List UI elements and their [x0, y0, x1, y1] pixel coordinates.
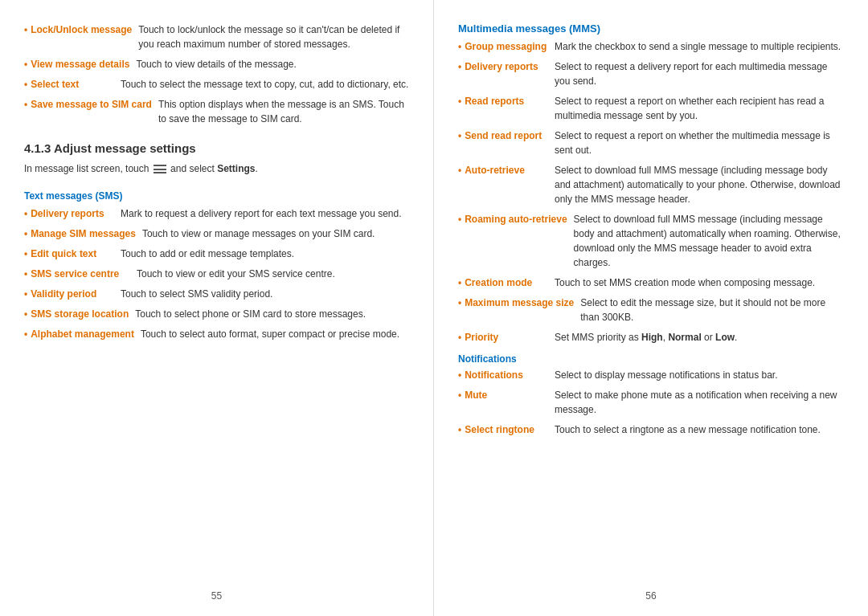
- desc-sms-storage: Touch to select phone or SIM card to sto…: [135, 307, 409, 321]
- term-auto-retrieve: •Auto-retrieve: [458, 163, 555, 206]
- desc-manage-sim: Touch to view or manage messages on your…: [142, 226, 409, 241]
- term-priority: •Priority: [458, 330, 555, 345]
- desc-save-message: This option displays when the message is…: [158, 97, 409, 126]
- term-group-messaging: •Group messaging: [458, 39, 555, 54]
- term-manage-sim: •Manage SIM messages: [24, 226, 142, 241]
- term-delivery-reports-mms: •Delivery reports: [458, 59, 555, 88]
- notif-entries: •Notifications Select to display message…: [458, 368, 844, 443]
- term-creation-mode: •Creation mode: [458, 275, 555, 290]
- entry-notifications: •Notifications Select to display message…: [458, 368, 844, 382]
- term-view-message: •View message details: [24, 57, 136, 71]
- desc-lock-unlock: Touch to lock/unlock the message so it c…: [138, 22, 409, 51]
- left-page: •Lock/Unlock message Touch to lock/unloc…: [0, 0, 434, 616]
- entry-edit-quick-text: •Edit quick text Touch to add or edit me…: [24, 247, 409, 261]
- term-mute: •Mute: [458, 388, 555, 417]
- entry-read-reports: •Read reports Select to request a report…: [458, 94, 844, 123]
- chapter-heading: 4.1.3 Adjust message settings: [24, 141, 409, 155]
- desc-edit-quick-text: Touch to add or edit message templates.: [121, 247, 409, 261]
- term-roaming-auto-retrieve: •Roaming auto-retrieve: [458, 212, 574, 270]
- term-read-reports: •Read reports: [458, 94, 555, 123]
- term-send-read-report: •Send read report: [458, 129, 555, 157]
- term-notifications: •Notifications: [458, 368, 555, 382]
- desc-sms-service-centre: Touch to view or edit your SMS service c…: [137, 267, 409, 281]
- entry-roaming-auto-retrieve: •Roaming auto-retrieve Select to downloa…: [458, 212, 844, 270]
- entry-sms-storage: •SMS storage location Touch to select ph…: [24, 307, 409, 321]
- desc-max-message-size: Select to edit the message size, but it …: [580, 296, 844, 324]
- menu-icon: [154, 165, 166, 173]
- term-select-ringtone: •Select ringtone: [458, 422, 555, 437]
- desc-validity-period: Touch to select SMS validity period.: [121, 287, 409, 301]
- term-edit-quick-text: •Edit quick text: [24, 247, 121, 261]
- sms-entries: •Delivery reports Mark to request a deli…: [24, 206, 409, 347]
- entry-group-messaging: •Group messaging Mark the checkbox to se…: [458, 39, 844, 54]
- right-page-number: 56: [645, 590, 656, 602]
- term-max-message-size: •Maximum message size: [458, 296, 580, 324]
- entry-auto-retrieve: •Auto-retrieve Select to download full M…: [458, 163, 844, 206]
- desc-mute: Select to make phone mute as a notificat…: [555, 388, 844, 417]
- intro-text: In message list screen, touch and select…: [24, 161, 409, 176]
- notifications-header: Notifications: [458, 353, 844, 365]
- desc-view-message: Touch to view details of the message.: [136, 57, 409, 71]
- entry-send-read-report: •Send read report Select to request a re…: [458, 129, 844, 157]
- desc-select-text: Touch to select the message text to copy…: [121, 77, 409, 92]
- desc-auto-retrieve: Select to download full MMS message (inc…: [555, 163, 844, 206]
- entry-priority: •Priority Set MMS priority as High, Norm…: [458, 330, 844, 345]
- desc-delivery-reports-mms: Select to request a delivery report for …: [555, 59, 844, 88]
- term-save-message: •Save message to SIM card: [24, 97, 158, 126]
- desc-read-reports: Select to request a report on whether ea…: [555, 94, 844, 123]
- entry-save-message: •Save message to SIM card This option di…: [24, 97, 409, 126]
- mms-entries: •Group messaging Mark the checkbox to se…: [458, 39, 844, 350]
- entry-max-message-size: •Maximum message size Select to edit the…: [458, 296, 844, 324]
- desc-notifications: Select to display message notifications …: [555, 368, 844, 382]
- entry-sms-service-centre: •SMS service centre Touch to view or edi…: [24, 267, 409, 281]
- entry-mute: •Mute Select to make phone mute as a not…: [458, 388, 844, 417]
- entry-creation-mode: •Creation mode Touch to set MMS creation…: [458, 275, 844, 290]
- sms-section-label: Text messages (SMS): [24, 190, 409, 202]
- entry-delivery-reports-mms: •Delivery reports Select to request a de…: [458, 59, 844, 88]
- entry-delivery-reports-sms: •Delivery reports Mark to request a deli…: [24, 206, 409, 221]
- entry-select-text: •Select text Touch to select the message…: [24, 77, 409, 92]
- term-lock-unlock: •Lock/Unlock message: [24, 22, 138, 51]
- desc-group-messaging: Mark the checkbox to send a single messa…: [555, 39, 844, 54]
- term-validity-period: •Validity period: [24, 287, 121, 301]
- desc-roaming-auto-retrieve: Select to download full MMS message (inc…: [574, 212, 844, 270]
- term-delivery-reports-sms: •Delivery reports: [24, 206, 121, 221]
- entry-manage-sim: •Manage SIM messages Touch to view or ma…: [24, 226, 409, 241]
- term-sms-storage: •SMS storage location: [24, 307, 135, 321]
- desc-send-read-report: Select to request a report on whether th…: [555, 129, 844, 157]
- mms-section-heading: Multimedia messages (MMS): [458, 22, 844, 35]
- term-select-text: •Select text: [24, 77, 121, 92]
- entry-view-message: •View message details Touch to view deta…: [24, 57, 409, 71]
- entry-lock-unlock: •Lock/Unlock message Touch to lock/unloc…: [24, 22, 409, 51]
- term-alphabet-management: •Alphabet management: [24, 327, 141, 341]
- right-page: Multimedia messages (MMS) •Group messagi…: [434, 0, 868, 616]
- top-entries: •Lock/Unlock message Touch to lock/unloc…: [24, 22, 409, 132]
- term-sms-service-centre: •SMS service centre: [24, 267, 137, 281]
- entry-alphabet-management: •Alphabet management Touch to select aut…: [24, 327, 409, 341]
- left-page-number: 55: [211, 590, 222, 602]
- desc-select-ringtone: Touch to select a ringtone as a new mess…: [555, 422, 844, 437]
- entry-validity-period: •Validity period Touch to select SMS val…: [24, 287, 409, 301]
- desc-delivery-reports-sms: Mark to request a delivery report for ea…: [121, 206, 409, 221]
- entry-select-ringtone: •Select ringtone Touch to select a ringt…: [458, 422, 844, 437]
- desc-priority: Set MMS priority as High, Normal or Low.: [555, 330, 844, 345]
- desc-creation-mode: Touch to set MMS creation mode when comp…: [555, 275, 844, 290]
- desc-alphabet-management: Touch to select auto format, super compa…: [141, 327, 409, 341]
